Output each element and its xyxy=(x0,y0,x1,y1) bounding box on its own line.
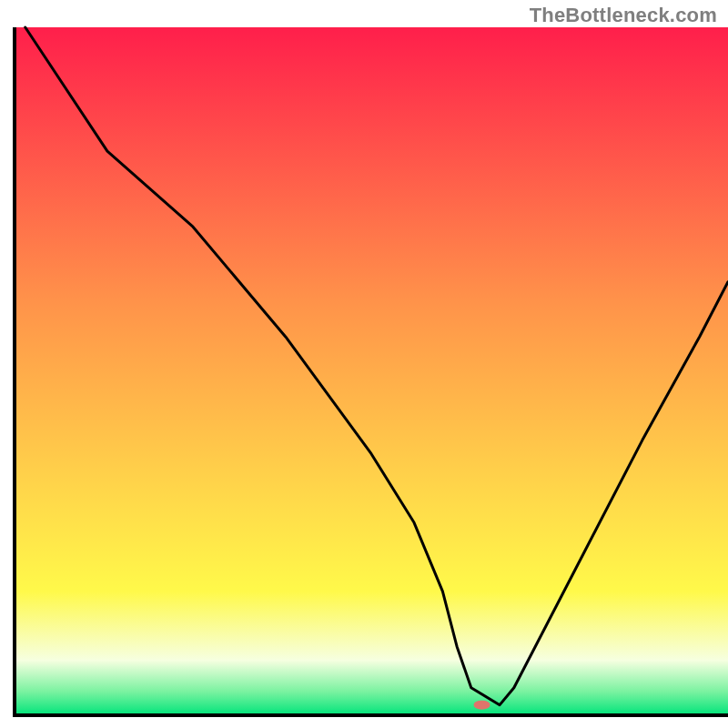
chart-stage: TheBottleneck.com xyxy=(0,0,728,728)
optimal-marker xyxy=(474,701,490,710)
watermark-label: TheBottleneck.com xyxy=(530,4,717,27)
gradient-background xyxy=(15,27,728,715)
bottleneck-chart xyxy=(0,0,728,728)
